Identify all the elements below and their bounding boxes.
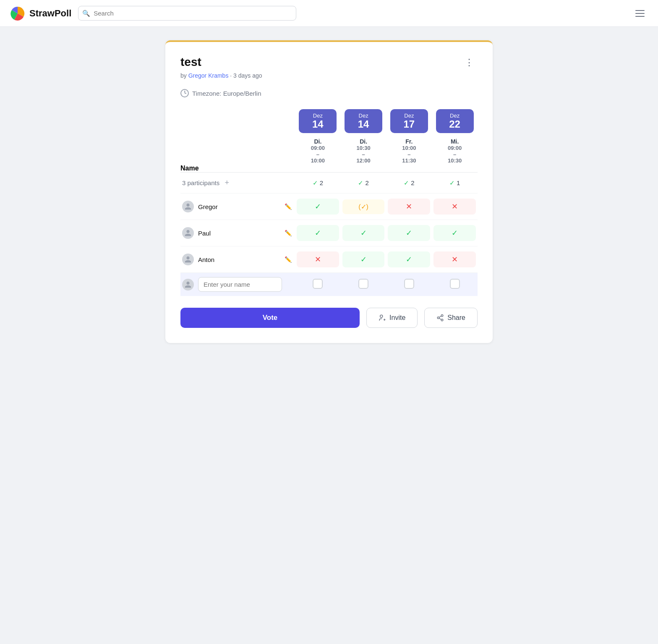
- new-participant-avatar: [182, 279, 194, 291]
- avatar-gregor: [182, 201, 194, 212]
- page-content: test ⋮ by Gregor Krambs · 3 days ago Tim…: [0, 27, 658, 356]
- date-col-3: Dez 22: [432, 109, 478, 136]
- month-0: Dez: [305, 113, 331, 119]
- day-3: 22: [442, 119, 468, 130]
- logo-text: StrawPoll: [29, 8, 71, 19]
- time-1: 10:30 – 12:00: [342, 145, 385, 164]
- avatar-anton: [182, 254, 194, 265]
- author-link[interactable]: Gregor Krambs: [188, 72, 229, 79]
- search-input[interactable]: [78, 6, 296, 21]
- date-header-row: Dez 14 Dez 14 Dez 17: [180, 109, 478, 136]
- logo-icon: [10, 6, 25, 21]
- name-column-header: [180, 109, 295, 136]
- svg-point-1: [380, 315, 383, 318]
- month-3: Dez: [442, 113, 468, 119]
- new-vote-checkbox-3[interactable]: [450, 279, 460, 289]
- edit-anton-icon[interactable]: ✏️: [285, 256, 293, 263]
- options-menu-button[interactable]: ⋮: [461, 55, 478, 70]
- edit-paul-icon[interactable]: ✏️: [285, 230, 293, 236]
- search-icon: 🔍: [82, 10, 90, 17]
- paul-vote-3: ✓: [432, 220, 478, 246]
- vote-button[interactable]: Vote: [180, 308, 360, 328]
- svg-line-5: [439, 319, 441, 320]
- add-participant-icon[interactable]: +: [225, 178, 229, 187]
- time-2: 10:00 – 11:30: [388, 145, 430, 164]
- day-2: 17: [396, 119, 422, 130]
- participant-name-gregor: Gregor: [198, 203, 218, 210]
- participant-row-anton: Anton ✏️ ✕ ✓: [180, 246, 478, 273]
- anton-vote-1: ✓: [341, 246, 386, 273]
- svg-point-2: [441, 315, 444, 317]
- summary-count-2: ✓ 2: [386, 173, 432, 194]
- paul-vote-2: ✓: [386, 220, 432, 246]
- poll-card: test ⋮ by Gregor Krambs · 3 days ago Tim…: [165, 40, 493, 343]
- weekday-3: Mi. 09:00 – 10:30: [432, 136, 478, 165]
- poll-title: test: [180, 55, 201, 69]
- svg-point-4: [441, 319, 444, 321]
- new-participant-row: [180, 273, 478, 296]
- summary-count-0: ✓ 2: [295, 173, 341, 194]
- participants-label: 3 participants: [182, 179, 219, 186]
- invite-icon: [379, 314, 386, 322]
- date-col-1: Dez 14: [341, 109, 386, 136]
- gregor-vote-0: ✓: [295, 194, 341, 220]
- new-participant-name-input[interactable]: [198, 277, 282, 292]
- edit-gregor-icon[interactable]: ✏️: [285, 203, 293, 210]
- day-0: 14: [305, 119, 331, 130]
- participant-name-paul: Paul: [198, 230, 211, 237]
- time-ago: 3 days ago: [233, 72, 262, 79]
- anton-vote-3: ✕: [432, 246, 478, 273]
- search-bar: 🔍: [78, 6, 296, 21]
- paul-vote-1: ✓: [341, 220, 386, 246]
- gregor-vote-2: ✕: [386, 194, 432, 220]
- navbar: StrawPoll 🔍: [0, 0, 658, 27]
- gregor-vote-1: (✓): [341, 194, 386, 220]
- day-1: 14: [350, 119, 376, 130]
- summary-count-1: ✓ 2: [341, 173, 386, 194]
- invite-button[interactable]: Invite: [366, 308, 418, 328]
- divider-row: Name: [180, 165, 478, 173]
- summary-row: 3 participants + ✓ 2 ✓ 2: [180, 173, 478, 194]
- date-col-2: Dez 17: [386, 109, 432, 136]
- schedule-table: Dez 14 Dez 14 Dez 17: [180, 109, 478, 296]
- name-header: Name: [180, 165, 295, 173]
- time-3: 09:00 – 10:30: [433, 145, 476, 164]
- weekday-2: Fr. 10:00 – 11:30: [386, 136, 432, 165]
- summary-count-3: ✓ 1: [432, 173, 478, 194]
- weekday-0: Di. 09:00 – 10:00: [295, 136, 341, 165]
- gregor-vote-3: ✕: [432, 194, 478, 220]
- participants-count: 3 participants +: [180, 173, 295, 194]
- hamburger-menu[interactable]: [632, 7, 648, 20]
- card-header: test ⋮: [180, 55, 478, 70]
- date-col-0: Dez 14: [295, 109, 341, 136]
- share-icon: [436, 314, 444, 322]
- anton-vote-0: ✕: [295, 246, 341, 273]
- month-1: Dez: [350, 113, 376, 119]
- weekday-row: Di. 09:00 – 10:00 Di. 10:30 – 12:00: [180, 136, 478, 165]
- invite-label: Invite: [389, 314, 405, 322]
- participant-row-paul: Paul ✏️ ✓ ✓: [180, 220, 478, 246]
- participant-row-gregor: Gregor ✏️ ✓ (✓): [180, 194, 478, 220]
- new-vote-checkbox-1[interactable]: [358, 279, 368, 289]
- new-vote-checkbox-2[interactable]: [404, 279, 414, 289]
- share-label: Share: [447, 314, 465, 322]
- timezone-label: Timezone: Europe/Berlin: [192, 90, 261, 97]
- poll-meta: by Gregor Krambs · 3 days ago: [180, 72, 478, 79]
- time-0: 09:00 – 10:00: [297, 145, 339, 164]
- month-2: Dez: [396, 113, 422, 119]
- svg-point-3: [438, 317, 440, 319]
- timezone-row: Timezone: Europe/Berlin: [180, 89, 478, 97]
- paul-vote-0: ✓: [295, 220, 341, 246]
- participant-name-anton: Anton: [198, 256, 214, 263]
- card-actions: Vote Invite Share: [180, 308, 478, 328]
- anton-vote-2: ✓: [386, 246, 432, 273]
- clock-icon: [180, 89, 189, 97]
- new-vote-checkbox-0[interactable]: [313, 279, 323, 289]
- avatar-paul: [182, 227, 194, 239]
- logo-area: StrawPoll: [10, 6, 71, 21]
- weekday-1: Di. 10:30 – 12:00: [341, 136, 386, 165]
- svg-line-6: [439, 316, 441, 317]
- share-button[interactable]: Share: [424, 308, 478, 328]
